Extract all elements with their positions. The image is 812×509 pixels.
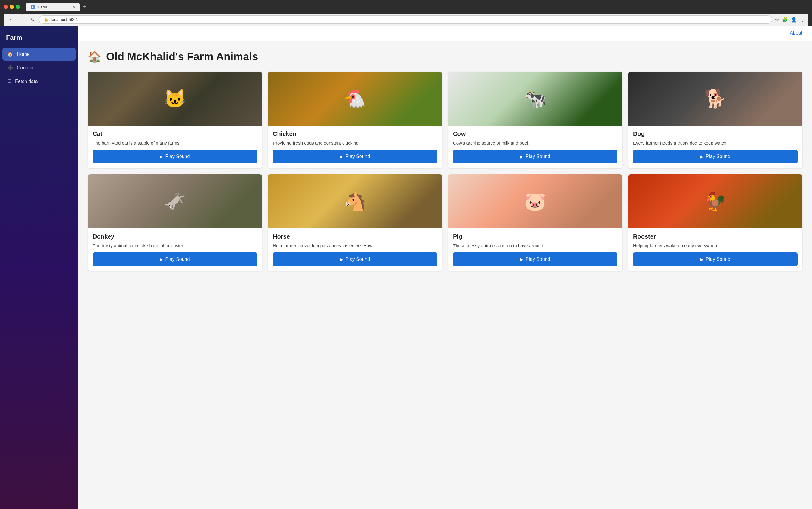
animal-desc-rooster: Helping farmers wake up early everywhere… (633, 242, 798, 249)
animal-desc-chicken: Providing fresh eggs and constant clucki… (273, 140, 437, 146)
play-sound-button-cat[interactable]: ▶ Play Sound (93, 149, 257, 164)
animal-info-pig: Pig These messy animals are fun to have … (448, 228, 622, 252)
traffic-lights (4, 5, 20, 9)
lock-icon: 🔒 (44, 18, 49, 22)
play-icon-cow: ▶ (520, 155, 523, 159)
play-icon-horse: ▶ (340, 257, 343, 262)
app-container: Farm 🏠 Home ➕ Counter ☰ Fetch data About… (0, 26, 812, 509)
browser-tabs: F Farm × + (26, 2, 89, 11)
animal-info-cat: Cat The barn yard cat is a staple of man… (88, 126, 262, 149)
close-window-button[interactable] (4, 5, 8, 9)
page-title-icon: 🏠 (88, 50, 101, 63)
play-sound-label-cat: Play Sound (165, 154, 190, 159)
tab-favicon: F (31, 4, 35, 9)
profile-avatar[interactable]: 👤 (791, 17, 797, 23)
play-sound-button-horse[interactable]: ▶ Play Sound (273, 252, 437, 266)
play-icon-pig: ▶ (520, 257, 523, 262)
toolbar-right: ☆ 🧩 👤 ⋮ (775, 17, 805, 23)
animal-name-donkey: Donkey (93, 233, 257, 240)
sidebar-item-home[interactable]: 🏠 Home (2, 48, 76, 61)
play-sound-button-chicken[interactable]: ▶ Play Sound (273, 149, 437, 164)
animal-card-cat: Cat The barn yard cat is a staple of man… (88, 71, 262, 168)
animal-card-dog: Dog Every farmer needs a trusty dog to k… (628, 71, 802, 168)
browser-tab-farm[interactable]: F Farm × (26, 3, 80, 11)
animal-name-dog: Dog (633, 130, 798, 137)
bookmark-icon[interactable]: ☆ (775, 17, 779, 23)
animal-card-donkey: Donkey The trusty animal can make hard l… (88, 174, 262, 271)
animal-desc-cat: The barn yard cat is a staple of many fa… (93, 140, 257, 146)
play-sound-button-pig[interactable]: ▶ Play Sound (453, 252, 617, 266)
about-link[interactable]: About (790, 30, 802, 36)
sidebar-item-counter[interactable]: ➕ Counter (2, 61, 76, 74)
animal-card-footer-cow: ▶ Play Sound (448, 149, 622, 168)
sidebar-item-home-label: Home (17, 52, 30, 57)
tab-close-button[interactable]: × (73, 5, 75, 9)
minimize-window-button[interactable] (10, 5, 14, 9)
animal-grid: Cat The barn yard cat is a staple of man… (88, 71, 802, 271)
sidebar-nav: 🏠 Home ➕ Counter ☰ Fetch data (0, 48, 78, 88)
plus-icon: ➕ (7, 65, 13, 71)
animal-desc-dog: Every farmer needs a trusty dog to keep … (633, 140, 798, 146)
animal-name-chicken: Chicken (273, 130, 437, 137)
animal-image-cow (448, 71, 622, 126)
animal-card-footer-horse: ▶ Play Sound (268, 252, 442, 271)
animal-desc-pig: These messy animals are fun to have arou… (453, 242, 617, 249)
animal-card-footer-cat: ▶ Play Sound (88, 149, 262, 168)
play-sound-label-donkey: Play Sound (165, 257, 190, 262)
back-button[interactable]: ← (7, 16, 15, 23)
address-bar[interactable]: 🔒 localhost:5001 (39, 15, 772, 24)
play-sound-label-pig: Play Sound (526, 257, 550, 262)
browser-toolbar: ← → ↻ 🔒 localhost:5001 ☆ 🧩 👤 ⋮ (4, 13, 808, 26)
sidebar-item-fetch-data[interactable]: ☰ Fetch data (2, 75, 76, 88)
play-sound-label-cow: Play Sound (526, 154, 550, 159)
reload-button[interactable]: ↻ (29, 16, 36, 23)
sidebar-item-fetch-label: Fetch data (15, 79, 38, 84)
animal-card-cow: Cow Cow's are the source of milk and bee… (448, 71, 622, 168)
animal-info-rooster: Rooster Helping farmers wake up early ev… (628, 228, 802, 252)
animal-desc-donkey: The trusty animal can make hard labor ea… (93, 242, 257, 249)
new-tab-button[interactable]: + (81, 2, 89, 11)
play-sound-button-rooster[interactable]: ▶ Play Sound (633, 252, 798, 266)
animal-info-horse: Horse Help farmers cover long distances … (268, 228, 442, 252)
play-icon-dog: ▶ (700, 155, 704, 159)
animal-info-chicken: Chicken Providing fresh eggs and constan… (268, 126, 442, 149)
animal-desc-horse: Help farmers cover long distances faster… (273, 242, 437, 249)
page-title-text: Old McKhalid's Farm Animals (106, 50, 258, 63)
sidebar: Farm 🏠 Home ➕ Counter ☰ Fetch data (0, 26, 78, 509)
play-icon-cat: ▶ (160, 155, 163, 159)
play-sound-button-dog[interactable]: ▶ Play Sound (633, 149, 798, 164)
main-header: About (78, 26, 812, 41)
animal-card-chicken: Chicken Providing fresh eggs and constan… (268, 71, 442, 168)
animal-image-rooster (628, 174, 802, 228)
home-icon: 🏠 (7, 52, 13, 57)
url-text: localhost:5001 (51, 17, 78, 22)
animal-info-cow: Cow Cow's are the source of milk and bee… (448, 126, 622, 149)
animal-info-dog: Dog Every farmer needs a trusty dog to k… (628, 126, 802, 149)
play-sound-button-cow[interactable]: ▶ Play Sound (453, 149, 617, 164)
browser-menu-icon[interactable]: ⋮ (800, 17, 805, 23)
browser-chrome: F Farm × + ← → ↻ 🔒 localhost:5001 ☆ 🧩 👤 … (0, 0, 812, 26)
animal-name-horse: Horse (273, 233, 437, 240)
page-title: 🏠 Old McKhalid's Farm Animals (88, 50, 802, 63)
animal-card-footer-pig: ▶ Play Sound (448, 252, 622, 271)
grid-icon: ☰ (7, 78, 11, 84)
play-sound-label-horse: Play Sound (346, 257, 370, 262)
animal-card-footer-rooster: ▶ Play Sound (628, 252, 802, 271)
animal-image-horse (268, 174, 442, 228)
animal-image-dog (628, 71, 802, 126)
browser-titlebar: F Farm × + (4, 2, 808, 11)
forward-button[interactable]: → (18, 16, 27, 23)
animal-info-donkey: Donkey The trusty animal can make hard l… (88, 228, 262, 252)
animal-image-donkey (88, 174, 262, 228)
play-sound-label-dog: Play Sound (706, 154, 730, 159)
animal-card-footer-dog: ▶ Play Sound (628, 149, 802, 168)
fullscreen-window-button[interactable] (15, 5, 20, 9)
play-sound-button-donkey[interactable]: ▶ Play Sound (93, 252, 257, 266)
animal-card-footer-donkey: ▶ Play Sound (88, 252, 262, 271)
animal-card-horse: Horse Help farmers cover long distances … (268, 174, 442, 271)
main-content: About 🏠 Old McKhalid's Farm Animals Cat … (78, 26, 812, 509)
animal-desc-cow: Cow's are the source of milk and beef. (453, 140, 617, 146)
animal-name-cow: Cow (453, 130, 617, 137)
animal-card-rooster: Rooster Helping farmers wake up early ev… (628, 174, 802, 271)
extensions-icon[interactable]: 🧩 (782, 17, 788, 23)
